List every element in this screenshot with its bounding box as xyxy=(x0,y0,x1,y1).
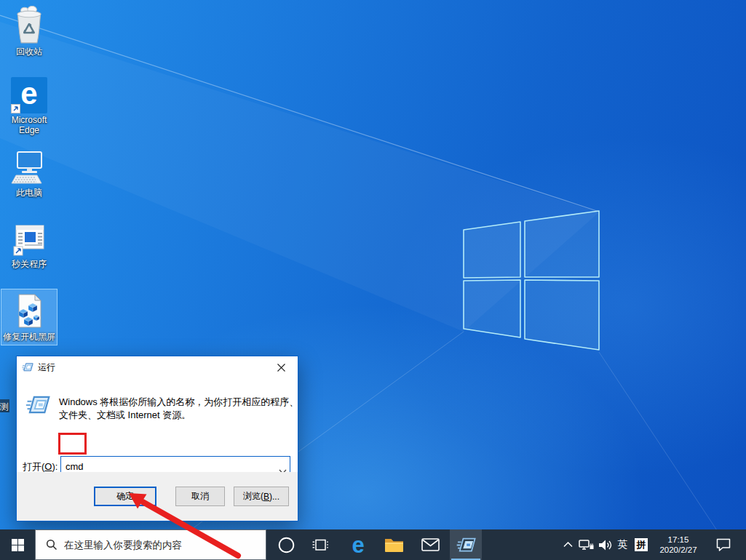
clock-time: 17:15 xyxy=(668,535,689,545)
cortana-button[interactable] xyxy=(270,529,302,560)
ime-icon: 拼 xyxy=(635,538,648,551)
taskbar-file-explorer-button[interactable] xyxy=(378,529,410,560)
desktop-icon-this-pc[interactable]: 此电脑 xyxy=(1,148,57,198)
desktop-icon-label: 回收站 xyxy=(1,47,57,57)
run-dialog-description-line2: 文件夹、文档或 Internet 资源。 xyxy=(59,409,191,422)
run-dialog-titlebar[interactable]: 运行 xyxy=(17,356,298,378)
tray-volume-button[interactable] xyxy=(596,529,615,560)
desktop-icon-fix-black-screen[interactable]: 修复开机黑屏 xyxy=(1,289,57,345)
desktop-icon-microsoft-edge[interactable]: e Microsoft Edge xyxy=(1,74,57,135)
recycle-bin-icon xyxy=(1,3,57,45)
taskbar-run-button-active[interactable] xyxy=(450,529,482,560)
windows-start-icon xyxy=(12,539,24,551)
desktop-icon-label: 秒关程序 xyxy=(1,259,57,269)
taskbar-edge-button[interactable]: e xyxy=(342,529,374,560)
edge-icon: e xyxy=(352,534,364,556)
cortana-circle-icon xyxy=(278,537,295,553)
tray-show-hidden-icons-button[interactable] xyxy=(559,529,576,560)
mail-icon xyxy=(421,538,440,551)
run-dialog-body: Windows 将根据你所输入的名称，为你打开相应的程序、 文件夹、文档或 In… xyxy=(17,378,298,473)
desktop-icon-label: Microsoft Edge xyxy=(1,115,57,135)
desktop-icon-label: 修复开机黑屏 xyxy=(1,332,57,342)
browse-button[interactable]: 浏览(B)... xyxy=(234,487,289,506)
task-view-button[interactable] xyxy=(304,529,336,560)
desktop-icon-partially-hidden[interactable]: 测 xyxy=(0,399,9,412)
search-input[interactable] xyxy=(64,540,246,551)
edge-icon: e xyxy=(1,74,57,113)
clock-date: 2020/2/27 xyxy=(659,545,697,555)
registry-file-icon xyxy=(1,291,57,330)
tray-network-button[interactable] xyxy=(577,529,595,560)
desktop-icon-label: 此电脑 xyxy=(1,188,57,198)
app-window-icon xyxy=(1,221,57,257)
run-dialog-description-line1: Windows 将根据你所输入的名称，为你打开相应的程序、 xyxy=(59,396,298,409)
tray-language-indicator[interactable]: 英 xyxy=(615,529,630,560)
run-dialog-icon xyxy=(22,362,33,372)
action-center-icon xyxy=(716,538,731,551)
start-button[interactable] xyxy=(1,529,33,560)
search-icon xyxy=(46,539,57,551)
task-view-icon xyxy=(312,539,329,551)
desktop-icon-recycle-bin[interactable]: 回收站 xyxy=(1,3,57,57)
desktop-icon-label: 测 xyxy=(0,401,9,412)
close-icon[interactable] xyxy=(265,356,298,378)
run-dialog-window: 运行 Windows 将根据你所输入的名称，为你打开相应的程序、 文件夹、文档或… xyxy=(16,356,298,521)
tray-ime-indicator[interactable]: 拼 xyxy=(632,529,650,560)
windows-desktop: 回收站 e Microsoft Edge 此电脑 xyxy=(0,0,746,560)
cancel-button[interactable]: 取消 xyxy=(175,487,225,506)
run-dialog-title: 运行 xyxy=(38,361,55,374)
action-center-button[interactable] xyxy=(710,529,737,560)
speaker-icon xyxy=(598,539,613,551)
desktop-icon-miaoguan-app[interactable]: 秒关程序 xyxy=(1,221,57,269)
taskbar-mail-button[interactable] xyxy=(414,529,446,560)
taskbar-search-box[interactable] xyxy=(35,529,266,560)
file-explorer-icon xyxy=(384,537,404,553)
this-pc-icon xyxy=(1,148,57,186)
run-icon xyxy=(456,537,476,553)
taskbar: e xyxy=(0,529,746,560)
chevron-up-icon xyxy=(563,542,573,548)
tray-clock[interactable]: 17:15 2020/2/27 xyxy=(652,529,705,560)
run-glyph-icon xyxy=(25,394,50,419)
network-ethernet-icon xyxy=(579,539,594,551)
ok-button[interactable]: 确定 xyxy=(94,487,156,506)
shortcut-arrow-icon xyxy=(11,104,20,113)
